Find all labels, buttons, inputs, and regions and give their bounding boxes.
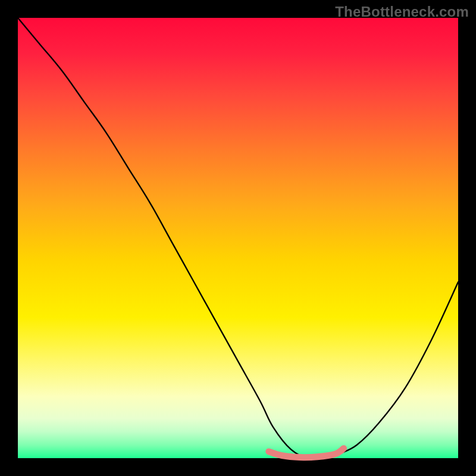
bottleneck-curve xyxy=(18,18,458,459)
plot-area xyxy=(18,18,458,458)
watermark-text: TheBottleneck.com xyxy=(335,4,469,20)
optimal-flat-marker xyxy=(269,449,344,458)
curve-layer xyxy=(18,18,458,458)
chart-frame: TheBottleneck.com xyxy=(0,0,476,476)
